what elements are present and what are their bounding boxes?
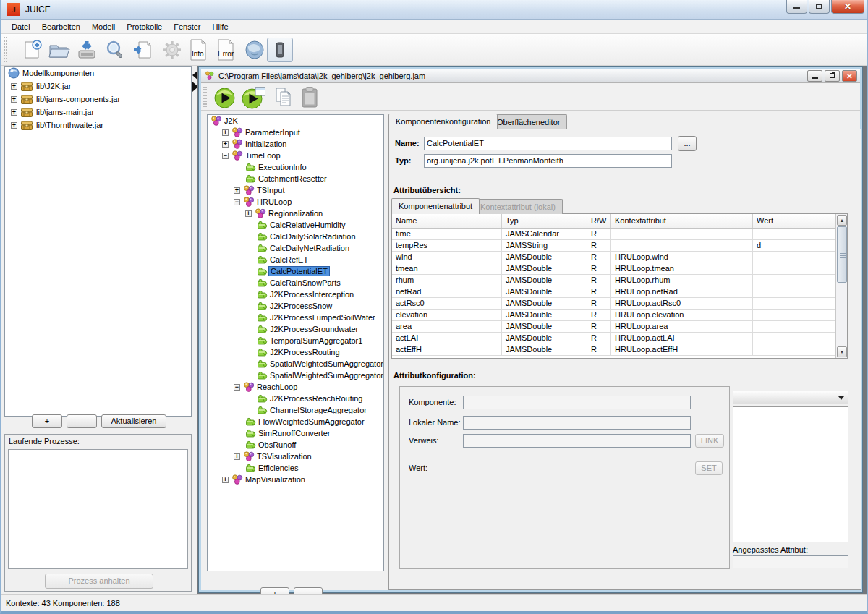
cell[interactable]: HRULoop.netRad bbox=[611, 286, 753, 298]
library-remove-button[interactable]: - bbox=[67, 414, 97, 428]
tree-item-tsvisualization[interactable]: +TSVisualization bbox=[208, 451, 383, 462]
tree-item-calcdailysolarradiation[interactable]: CalcDailySolarRadiation bbox=[208, 231, 383, 242]
cell[interactable] bbox=[753, 344, 835, 356]
cell[interactable] bbox=[753, 263, 835, 275]
cell[interactable]: JAMSDouble bbox=[502, 263, 587, 275]
minimize-button[interactable] bbox=[786, 0, 807, 14]
menu-protokolle[interactable]: Protokolle bbox=[121, 21, 168, 33]
column-header-typ[interactable]: Typ bbox=[502, 214, 587, 228]
scroll-up-icon[interactable]: ▲ bbox=[837, 215, 847, 226]
tree-item-tsinput[interactable]: +TSInput bbox=[208, 184, 383, 196]
tree-item-obsrunoff[interactable]: ObsRunoff bbox=[208, 439, 383, 451]
attribute-row-rhum[interactable]: rhumJAMSDoubleRHRULoop.rhum bbox=[392, 275, 847, 286]
tree-item-j2kprocessinterception[interactable]: J2KProcessInterception bbox=[208, 289, 383, 300]
run-model-icon[interactable] bbox=[213, 86, 236, 109]
scroll-down-icon[interactable]: ▼ bbox=[837, 346, 847, 357]
close-button[interactable]: ✕ bbox=[831, 0, 864, 14]
tree-item-j2kprocesslumpedsoilwater[interactable]: J2KProcessLumpedSoilWater bbox=[208, 312, 383, 323]
cell[interactable]: time bbox=[392, 229, 502, 240]
cell[interactable]: d bbox=[753, 240, 835, 252]
menu-fenster[interactable]: Fenster bbox=[168, 21, 206, 33]
cell[interactable] bbox=[611, 240, 753, 252]
column-header-name[interactable]: Name bbox=[392, 214, 502, 228]
error-log-icon[interactable]: Error bbox=[213, 38, 239, 62]
tree-item-regionalization[interactable]: +Regionalization bbox=[208, 208, 383, 219]
expand-icon[interactable]: + bbox=[11, 83, 17, 90]
expand-icon[interactable]: + bbox=[245, 210, 252, 217]
export-model-icon[interactable] bbox=[129, 38, 156, 62]
attribute-row-tmean[interactable]: tmeanJAMSDoubleRHRULoop.tmean bbox=[392, 263, 847, 275]
cell[interactable]: R bbox=[587, 310, 611, 321]
cell[interactable]: HRULoop.rhum bbox=[611, 275, 753, 286]
tree-item-simrunoffconverter[interactable]: SimRunoffConverter bbox=[208, 427, 383, 439]
collapse-icon[interactable]: − bbox=[222, 153, 229, 159]
attribute-row-tempRes[interactable]: tempResJAMSStringRd bbox=[392, 240, 847, 252]
tree-item-catchmentresetter[interactable]: CatchmentResetter bbox=[208, 173, 383, 184]
cell[interactable]: JAMSDouble bbox=[502, 275, 587, 286]
library-refresh-button[interactable]: Aktualisieren bbox=[101, 414, 166, 428]
column-header-wert[interactable]: Wert bbox=[753, 214, 835, 228]
new-model-icon[interactable] bbox=[19, 38, 45, 62]
cell[interactable] bbox=[611, 229, 753, 240]
cell[interactable]: JAMSDouble bbox=[502, 321, 587, 333]
library-add-button[interactable]: + bbox=[32, 414, 62, 428]
menu-bearbeiten[interactable]: Bearbeiten bbox=[36, 21, 86, 33]
tree-item-j2kprocessgroundwater[interactable]: J2KProcessGroundwater bbox=[208, 323, 383, 335]
run-model-gui-icon[interactable] bbox=[242, 86, 265, 109]
tree-item-reachloop[interactable]: −ReachLoop bbox=[208, 381, 383, 393]
web-globe-icon[interactable] bbox=[242, 38, 268, 62]
name-field[interactable]: CalcPotentialET bbox=[424, 137, 672, 150]
tree-item-calcdailynetradiation[interactable]: CalcDailyNetRadiation bbox=[208, 242, 383, 254]
model-close-button[interactable]: ✕ bbox=[842, 70, 857, 82]
tree-item-hruloop[interactable]: −HRULoop bbox=[208, 196, 383, 208]
tree-item-j2kprocessreachrouting[interactable]: J2KProcessReachRouting bbox=[208, 393, 383, 404]
model-restore-button[interactable] bbox=[825, 70, 840, 82]
tree-item-mapvisualization[interactable]: +MapVisualization bbox=[208, 474, 383, 485]
cell[interactable] bbox=[753, 310, 835, 321]
cell[interactable]: area bbox=[392, 321, 502, 333]
tree-item-channelstorageaggregator[interactable]: ChannelStorageAggregator bbox=[208, 404, 383, 416]
attribute-listbox[interactable] bbox=[733, 406, 848, 542]
column-header-rw[interactable]: R/W bbox=[587, 214, 611, 228]
tree-item-initialization[interactable]: +Initialization bbox=[208, 138, 383, 150]
table-scrollbar[interactable]: ▲ ▼ bbox=[835, 214, 847, 358]
tree-item-j2k[interactable]: J2K bbox=[208, 115, 383, 127]
tree-item-temporalsumaggregator1[interactable]: TemporalSumAggregator1 bbox=[208, 335, 383, 346]
cell[interactable]: R bbox=[587, 240, 611, 252]
tree-item-lib-jams-components-jar[interactable]: +lib\jams-components.jar bbox=[5, 93, 191, 106]
cell[interactable]: HRULoop.actRsc0 bbox=[611, 298, 753, 310]
cell[interactable] bbox=[753, 252, 835, 263]
attribute-row-actRsc0[interactable]: actRsc0JAMSDoubleRHRULoop.actRsc0 bbox=[392, 298, 847, 310]
tree-item-parameterinput[interactable]: +ParameterInput bbox=[208, 127, 383, 138]
cell[interactable]: R bbox=[587, 252, 611, 263]
cell[interactable]: actRsc0 bbox=[392, 298, 502, 310]
cell[interactable] bbox=[753, 286, 835, 298]
toolbar-drag-handle[interactable] bbox=[203, 87, 207, 107]
type-field[interactable]: org.unijena.j2k.potET.PenmanMonteith bbox=[424, 154, 672, 168]
collapse-icon[interactable]: − bbox=[234, 199, 240, 205]
tree-item-executioninfo[interactable]: ExecutionInfo bbox=[208, 161, 383, 173]
expand-icon[interactable]: + bbox=[234, 453, 240, 460]
cell[interactable]: R bbox=[587, 321, 611, 333]
search-icon[interactable] bbox=[102, 38, 128, 62]
expand-icon[interactable]: + bbox=[222, 141, 229, 148]
tree-item-j2kprocesssnow[interactable]: J2KProcessSnow bbox=[208, 300, 383, 312]
tab-komponentenattribut[interactable]: Komponentenattribut bbox=[391, 198, 480, 214]
cell[interactable]: R bbox=[587, 275, 611, 286]
cell[interactable]: R bbox=[587, 286, 611, 298]
maximize-button[interactable] bbox=[809, 0, 830, 14]
cell[interactable]: tempRes bbox=[392, 240, 502, 252]
tree-item-lib-thornthwaite-jar[interactable]: +lib\Thornthwaite.jar bbox=[5, 119, 191, 132]
cell[interactable]: HRULoop.elevation bbox=[611, 310, 753, 321]
cell[interactable] bbox=[753, 333, 835, 344]
menu-datei[interactable]: Datei bbox=[6, 21, 36, 33]
cell[interactable]: actEffH bbox=[392, 344, 502, 356]
cell[interactable]: elevation bbox=[392, 310, 502, 321]
cell[interactable]: R bbox=[587, 229, 611, 240]
cell[interactable]: netRad bbox=[392, 286, 502, 298]
scrollbar-thumb[interactable] bbox=[837, 226, 847, 283]
attribute-row-time[interactable]: timeJAMSCalendarR bbox=[392, 229, 847, 240]
expand-icon[interactable]: + bbox=[234, 187, 240, 194]
cell[interactable] bbox=[753, 298, 835, 310]
attribute-row-area[interactable]: areaJAMSDoubleRHRULoop.area bbox=[392, 321, 847, 333]
